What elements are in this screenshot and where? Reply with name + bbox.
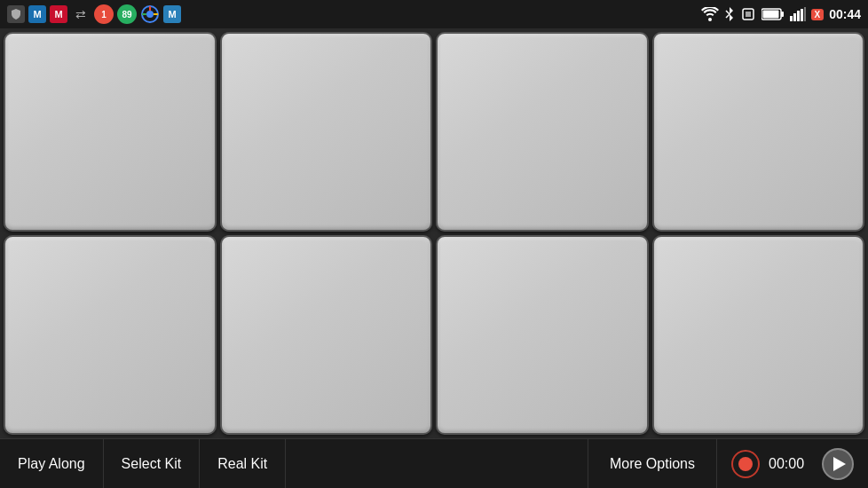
status-bar-left: M M ⇄ 1 89 M [7,4,181,24]
sync-icon: ⇄ [71,4,91,24]
battery-icon [761,8,785,20]
svg-rect-5 [762,11,778,19]
status-bar-right: X 00:44 [701,6,861,22]
gmail-icon: M [50,5,67,23]
notification-badge: 1 [94,4,114,24]
nfc-icon [740,6,756,22]
drum-pad-3[interactable] [436,32,649,232]
drum-pad-8[interactable] [652,235,865,435]
select-kit-button[interactable]: Select Kit [104,439,201,488]
svg-point-1 [146,11,154,18]
more-options-button[interactable]: More Options [588,439,716,488]
svg-rect-7 [793,13,796,21]
svg-rect-4 [781,12,784,17]
play-triangle-icon [833,457,846,471]
record-dot [738,457,753,471]
svg-rect-8 [797,11,800,21]
sim-icon: X [811,9,825,20]
drum-pad-area [0,28,868,438]
real-kit-button[interactable]: Real Kit [200,439,286,488]
vpn-icon: M [163,5,181,23]
malwarebytes-icon: M [28,5,46,23]
signal-icon [790,7,806,21]
toolbar-right: More Options 00:00 [588,439,868,488]
drum-pad-6[interactable] [220,235,433,435]
drum-pad-7[interactable] [436,235,649,435]
toolbar: Play Along Select Kit Real Kit More Opti… [0,438,868,488]
svg-rect-6 [790,16,793,21]
status-time: 00:44 [829,7,861,21]
browser-icon [140,4,160,24]
status-bar: M M ⇄ 1 89 M [0,0,868,28]
shield-icon [7,5,25,23]
record-button[interactable] [731,450,760,478]
play-button[interactable] [822,448,854,480]
drum-pad-4[interactable] [652,32,865,232]
svg-rect-9 [801,9,803,21]
drum-pad-1[interactable] [4,32,217,232]
drum-pad-5[interactable] [4,235,217,435]
play-along-button[interactable]: Play Along [0,439,104,488]
bluetooth-icon [724,6,735,22]
wifi-icon [701,7,719,21]
drum-pad-2[interactable] [220,32,433,232]
timer-display: 00:00 [769,456,813,472]
record-area: 00:00 [716,439,868,488]
svg-rect-10 [804,7,806,21]
update-badge: 89 [117,4,137,24]
